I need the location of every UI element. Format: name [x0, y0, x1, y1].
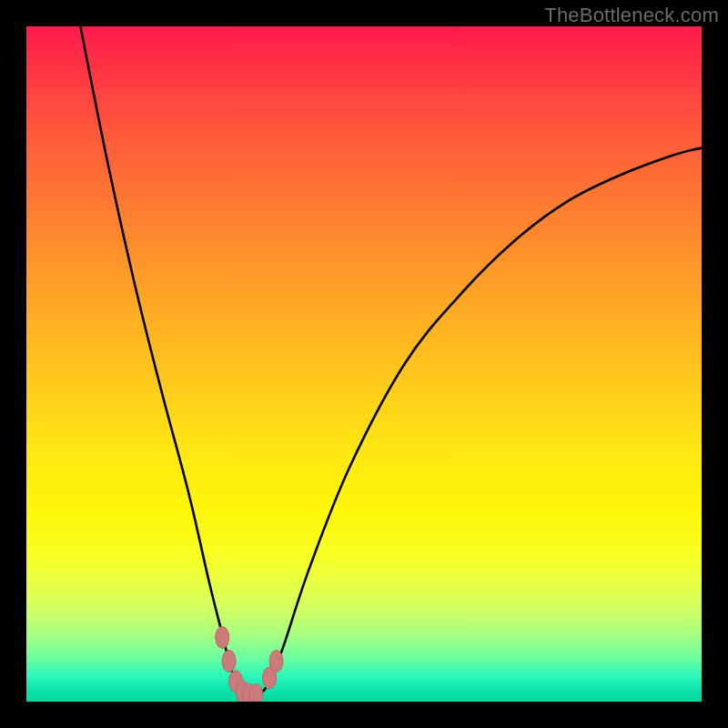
- curve-svg: [26, 26, 702, 702]
- curve-marker: [249, 684, 263, 702]
- curve-marker: [222, 650, 236, 672]
- curve-markers: [216, 627, 283, 702]
- watermark-text: TheBottleneck.com: [544, 4, 719, 27]
- chart-frame: TheBottleneck.com: [0, 0, 728, 728]
- curve-marker: [216, 627, 229, 649]
- plot-area: [26, 26, 702, 702]
- bottleneck-curve: [80, 26, 702, 695]
- curve-marker: [269, 650, 283, 672]
